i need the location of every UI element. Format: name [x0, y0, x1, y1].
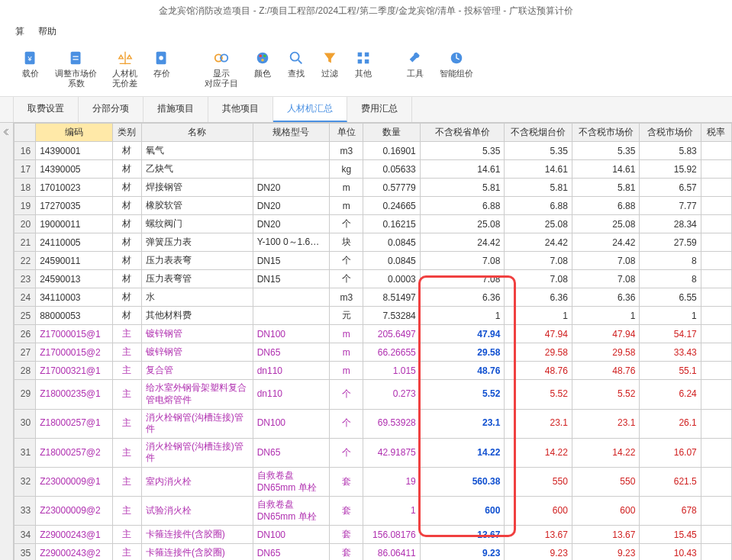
tab-measure[interactable]: 措施项目 [143, 97, 208, 122]
cell-spec[interactable] [253, 288, 330, 307]
cell-notaxmarket[interactable]: 1 [572, 307, 639, 325]
cell-name[interactable]: 复合管 [141, 362, 253, 380]
cell-type[interactable]: 材 [112, 252, 141, 270]
cell-code[interactable]: 24110005 [36, 233, 113, 252]
table-row[interactable]: 30Z18000257@1主消火栓钢管(沟槽连接)管件DN100个69.5392… [15, 409, 732, 438]
cell-name[interactable]: 弹簧压力表 [141, 233, 253, 252]
cell-notaxprov[interactable]: 6.36 [420, 288, 505, 307]
cell-notaxmarket[interactable]: 13.67 [572, 526, 639, 544]
cell-type[interactable]: 主 [112, 438, 141, 467]
cell-notaxyantai[interactable]: 1 [505, 307, 572, 325]
cell-taxmarket[interactable]: 621.5 [640, 467, 701, 496]
table-row[interactable]: 33Z23000009@2主试验消火栓自救卷盘 DN65mm 单栓套160060… [15, 497, 732, 526]
cell-notaxyantai[interactable]: 14.22 [505, 438, 572, 467]
cell-code[interactable]: 34110003 [36, 288, 113, 307]
cell-qty[interactable]: 205.6497 [363, 325, 420, 343]
cell-notaxmarket[interactable]: 7.08 [572, 252, 639, 270]
cell-notaxmarket[interactable]: 9.23 [572, 544, 639, 560]
cell-unit[interactable]: 元 [330, 307, 363, 325]
cell-notaxmarket[interactable]: 5.35 [572, 142, 639, 160]
cell-taxrate[interactable] [701, 160, 731, 179]
cell-notaxprov[interactable]: 25.08 [420, 215, 505, 233]
cell-name[interactable]: 室内消火栓 [141, 467, 253, 496]
cell-name[interactable]: 试验消火栓 [141, 497, 253, 526]
cell-taxmarket[interactable]: 33.43 [640, 343, 701, 362]
table-row[interactable]: 28Z17000321@1主复合管dn110m1.01548.7648.7648… [15, 362, 732, 380]
cell-qty[interactable]: 1.015 [363, 362, 420, 380]
cell-unit[interactable]: 套 [330, 544, 363, 560]
cell-notaxprov[interactable]: 5.81 [420, 179, 505, 197]
header-name[interactable]: 名称 [141, 124, 253, 142]
cell-taxmarket[interactable]: 15.92 [640, 160, 701, 179]
cell-spec[interactable]: DN100 [253, 325, 330, 343]
cell-type[interactable]: 主 [112, 467, 141, 496]
cell-notaxyantai[interactable]: 7.08 [505, 270, 572, 288]
header-rownum[interactable] [15, 124, 36, 142]
cell-qty[interactable]: 42.91875 [363, 438, 420, 467]
cell-notaxyantai[interactable]: 24.42 [505, 233, 572, 252]
cell-taxmarket[interactable]: 10.43 [640, 544, 701, 560]
cell-spec[interactable]: DN15 [253, 270, 330, 288]
header-notaxprov[interactable]: 不含税省单价 [420, 124, 505, 142]
cell-notaxprov[interactable]: 9.23 [420, 544, 505, 560]
cell-type[interactable]: 材 [112, 179, 141, 197]
cell-unit[interactable]: 个 [330, 438, 363, 467]
cell-notaxmarket[interactable]: 5.52 [572, 380, 639, 409]
cell-taxmarket[interactable]: 8 [640, 252, 701, 270]
cell-spec[interactable]: DN100 [253, 409, 330, 438]
cell-spec[interactable]: DN20 [253, 215, 330, 233]
cell-notaxprov[interactable]: 47.94 [420, 325, 505, 343]
cell-qty[interactable]: 0.0003 [363, 270, 420, 288]
cell-qty[interactable]: 0.24665 [363, 197, 420, 215]
cell-spec[interactable]: Y-100 0～1.6MPa [253, 233, 330, 252]
cell-code[interactable]: 19000011 [36, 215, 113, 233]
cell-taxrate[interactable] [701, 438, 731, 467]
table-row[interactable]: 31Z18000257@2主消火栓钢管(沟槽连接)管件DN65个42.91875… [15, 438, 732, 467]
cell-spec[interactable] [253, 160, 330, 179]
cell-spec[interactable]: DN15 [253, 252, 330, 270]
cell-taxrate[interactable] [701, 197, 731, 215]
cell-taxrate[interactable] [701, 380, 731, 409]
loadprice-button[interactable]: ¥ 载价 [15, 46, 46, 92]
cell-code[interactable]: Z18000257@1 [36, 409, 113, 438]
cell-taxmarket[interactable]: 27.59 [640, 233, 701, 252]
cell-qty[interactable]: 69.53928 [363, 409, 420, 438]
table-row[interactable]: 34Z29000243@1主卡箍连接件(含胶圈)DN100套156.081761… [15, 526, 732, 544]
cell-notaxyantai[interactable]: 48.76 [505, 362, 572, 380]
cell-name[interactable]: 其他材料费 [141, 307, 253, 325]
smart-button[interactable]: 智能组价 [434, 46, 479, 92]
cell-taxrate[interactable] [701, 270, 731, 288]
cell-notaxyantai[interactable]: 47.94 [505, 325, 572, 343]
cell-taxmarket[interactable]: 15.45 [640, 526, 701, 544]
cell-taxrate[interactable] [701, 307, 731, 325]
cell-qty[interactable]: 0.16901 [363, 142, 420, 160]
cell-code[interactable]: Z29000243@1 [36, 526, 113, 544]
tab-feesum[interactable]: 费用汇总 [347, 97, 412, 122]
cell-type[interactable]: 主 [112, 380, 141, 409]
cell-name[interactable]: 给水室外钢骨架塑料复合管电熔管件 [141, 380, 253, 409]
cell-qty[interactable]: 86.06411 [363, 544, 420, 560]
cell-name[interactable]: 卡箍连接件(含胶圈) [141, 526, 253, 544]
cell-taxrate[interactable] [701, 497, 731, 526]
cell-taxmarket[interactable]: 6.57 [640, 179, 701, 197]
cell-notaxprov[interactable]: 5.35 [420, 142, 505, 160]
cell-name[interactable]: 氧气 [141, 142, 253, 160]
cell-taxmarket[interactable]: 16.07 [640, 438, 701, 467]
cell-taxrate[interactable] [701, 179, 731, 197]
cell-unit[interactable]: m [330, 325, 363, 343]
cell-type[interactable]: 材 [112, 307, 141, 325]
table-row[interactable]: 1714390005材乙炔气kg0.0563314.6114.6114.6115… [15, 160, 732, 179]
cell-type[interactable]: 主 [112, 325, 141, 343]
cell-type[interactable]: 材 [112, 233, 141, 252]
cell-taxmarket[interactable]: 6.55 [640, 288, 701, 307]
cell-taxmarket[interactable]: 1 [640, 307, 701, 325]
cell-name[interactable]: 乙炔气 [141, 160, 253, 179]
cell-notaxyantai[interactable]: 6.36 [505, 288, 572, 307]
cell-type[interactable]: 主 [112, 544, 141, 560]
cell-code[interactable]: Z29000243@2 [36, 544, 113, 560]
cell-name[interactable]: 压力表弯管 [141, 270, 253, 288]
cell-unit[interactable]: 个 [330, 252, 363, 270]
cell-notaxmarket[interactable]: 5.81 [572, 179, 639, 197]
cell-name[interactable]: 镀锌钢管 [141, 343, 253, 362]
cell-taxmarket[interactable]: 6.24 [640, 380, 701, 409]
